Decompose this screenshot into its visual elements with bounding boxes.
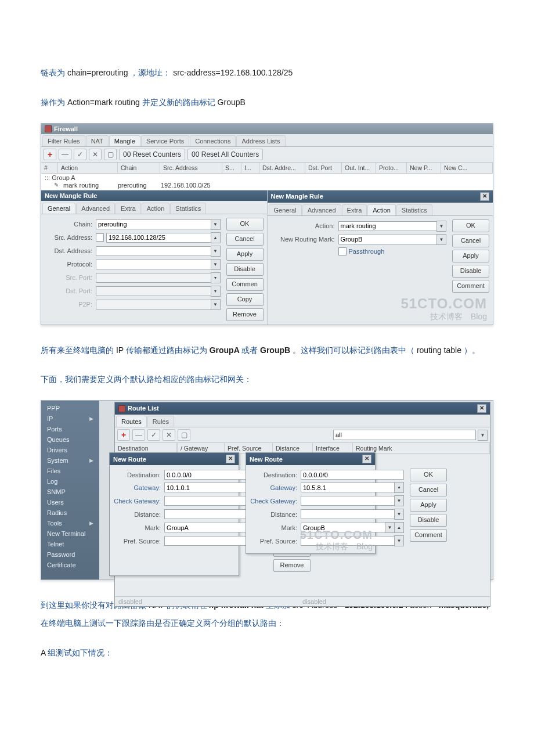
filter-input[interactable] <box>333 430 476 440</box>
mark-drop-b[interactable]: ▼ <box>385 522 395 533</box>
sidebar-item-password[interactable]: Password <box>41 549 99 560</box>
p2p-input[interactable] <box>96 300 211 309</box>
dst-down-btn[interactable]: ▼ <box>211 246 221 257</box>
protocol-down-btn[interactable]: ▼ <box>211 259 221 270</box>
tab-filter-rules[interactable]: Filter Rules <box>42 135 85 146</box>
route-add-button[interactable]: + <box>117 429 130 441</box>
dist-input-b[interactable] <box>301 509 395 519</box>
remove-button-dlg[interactable]: Remove <box>226 308 264 321</box>
passthrough-checkbox[interactable] <box>338 247 347 255</box>
sidebar-item-queues[interactable]: Queues <box>41 434 99 445</box>
sidebar-item-drivers[interactable]: Drivers <box>41 445 99 455</box>
chkgw-input-a[interactable] <box>164 496 258 506</box>
src-address-input[interactable] <box>106 233 211 243</box>
sidebar-item-ports[interactable]: Ports <box>41 424 99 434</box>
route-disable-button[interactable]: ✕ <box>163 429 175 441</box>
disable-button-rb[interactable]: Disable <box>410 514 447 527</box>
sidebar-item-radius[interactable]: Radius <box>41 507 99 518</box>
newmark-dropdown[interactable]: ▼ <box>436 234 446 245</box>
disable-button-dlg[interactable]: Disable <box>226 263 264 276</box>
dlg-tab-advanced[interactable]: Advanced <box>76 203 115 214</box>
src-negate-checkbox[interactable] <box>96 233 104 242</box>
cancel-button[interactable]: Cancel <box>226 233 264 246</box>
tab-rules[interactable]: Rules <box>147 416 174 427</box>
comment-button-2[interactable]: Comment <box>452 280 489 293</box>
apply-button-rb[interactable]: Apply <box>410 499 447 512</box>
comment-button[interactable]: ▢ <box>104 149 117 160</box>
prefsrc-drop-b[interactable]: ▼ <box>394 535 404 546</box>
sidebar-item-certificate[interactable]: Certificate <box>41 560 99 570</box>
sidebar-item-new-terminal[interactable]: New Terminal <box>41 528 99 539</box>
close-icon[interactable]: ✕ <box>480 192 489 201</box>
src-port-input[interactable] <box>96 273 211 283</box>
chain-input[interactable] <box>96 219 211 229</box>
sidebar-item-snmp[interactable]: SNMP <box>41 487 99 497</box>
dlg2-tab-statistics[interactable]: Statistics <box>396 204 432 215</box>
p2p-down-btn[interactable]: ▼ <box>211 299 221 310</box>
sidebar-item-tools[interactable]: Tools▶ <box>41 518 99 528</box>
add-button[interactable]: + <box>44 149 56 160</box>
gw-input-a[interactable] <box>164 483 258 492</box>
action-dropdown[interactable]: ▼ <box>436 221 446 232</box>
dest-input-b[interactable] <box>301 470 404 480</box>
chain-dropdown[interactable]: ▼ <box>211 219 221 230</box>
reset-all-counters-button[interactable]: 00 Reset All Counters <box>187 149 263 160</box>
apply-button[interactable]: Apply <box>226 248 264 261</box>
ok-button-rb[interactable]: OK <box>410 469 447 481</box>
dlg2-tab-general[interactable]: General <box>269 204 302 215</box>
sidebar-item-system[interactable]: System▶ <box>41 455 99 466</box>
remove-button[interactable]: — <box>59 149 71 160</box>
mark-input-a[interactable] <box>164 523 249 532</box>
tab-mangle[interactable]: Mangle <box>109 135 140 146</box>
srcport-down-btn[interactable]: ▾ <box>211 272 221 283</box>
dst-address-input[interactable] <box>96 246 211 256</box>
dstport-down-btn[interactable]: ▾ <box>211 286 221 297</box>
sidebar-item-telnet[interactable]: Telnet <box>41 539 99 549</box>
filter-dropdown[interactable]: ▼ <box>478 430 488 441</box>
dlg-tab-general[interactable]: General <box>42 203 75 214</box>
disable-button-2[interactable]: Disable <box>452 265 489 278</box>
chkgw-drop-b[interactable]: ▼ <box>394 495 404 506</box>
gw-stepper-b[interactable]: ♦ <box>394 482 404 493</box>
newmark-input[interactable] <box>338 235 438 244</box>
close-icon[interactable]: ✕ <box>226 455 235 463</box>
chkgw-input-b[interactable] <box>301 496 395 506</box>
table-row[interactable]: ✎ mark routing prerouting 192.168.100.0/… <box>41 182 493 190</box>
comment-button-rb[interactable]: Comment <box>410 529 447 542</box>
tab-routes[interactable]: Routes <box>116 416 147 427</box>
src-up-btn[interactable]: ▲ <box>211 232 221 243</box>
dlg-tab-statistics[interactable]: Statistics <box>170 203 206 214</box>
tab-nat[interactable]: NAT <box>86 135 109 146</box>
prefsrc-input-a[interactable] <box>164 536 258 546</box>
ok-button-2[interactable]: OK <box>452 219 489 232</box>
action-input[interactable] <box>338 221 438 231</box>
comment-button-dlg[interactable]: Commen <box>226 278 264 291</box>
cancel-button-rb[interactable]: Cancel <box>410 484 447 496</box>
route-remove-button[interactable]: — <box>132 429 145 441</box>
sidebar-item-log[interactable]: Log <box>41 476 99 487</box>
reset-counters-button[interactable]: 00 Reset Counters <box>119 149 185 160</box>
remove-button-ra[interactable]: Remove <box>273 559 311 572</box>
protocol-input[interactable] <box>96 260 211 269</box>
close-icon[interactable]: ✕ <box>477 404 486 413</box>
copy-button[interactable]: Copy <box>226 293 264 306</box>
dist-drop-b[interactable]: ▼ <box>394 509 404 520</box>
route-comment-button[interactable]: ▢ <box>178 429 190 441</box>
disable-button[interactable]: ✕ <box>89 149 102 160</box>
prefsrc-input-b[interactable] <box>301 536 395 546</box>
sidebar-item-users[interactable]: Users <box>41 497 99 507</box>
mark-up-b[interactable]: ▲ <box>394 522 404 533</box>
dst-port-input[interactable] <box>96 286 211 296</box>
cancel-button-2[interactable]: Cancel <box>452 235 489 247</box>
close-icon[interactable]: ✕ <box>362 455 371 463</box>
tab-address-lists[interactable]: Address Lists <box>236 135 285 146</box>
ok-button[interactable]: OK <box>226 218 264 231</box>
dlg-tab-action[interactable]: Action <box>142 203 170 214</box>
tab-connections[interactable]: Connections <box>190 135 236 146</box>
mark-input-b[interactable] <box>301 523 385 532</box>
sidebar-item-ppp[interactable]: PPP <box>41 403 99 413</box>
gw-input-b[interactable] <box>301 483 395 492</box>
tab-service-ports[interactable]: Service Ports <box>141 135 189 146</box>
sidebar-item-files[interactable]: Files <box>41 466 99 476</box>
dlg2-tab-action[interactable]: Action <box>367 204 396 215</box>
